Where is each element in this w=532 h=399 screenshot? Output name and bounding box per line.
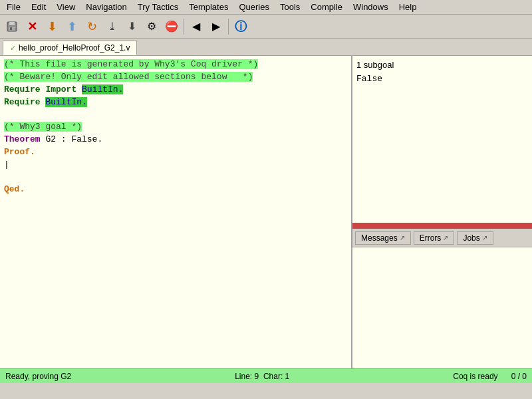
tabbar: ✓ hello_proof_HelloProof_G2_1.v [0, 39, 532, 56]
line-num: 9 [255, 372, 259, 381]
tab-check-icon: ✓ [10, 44, 16, 53]
progress-count: 0 / 0 [511, 372, 527, 381]
require-import-line: Require Import BuiltIn. [4, 84, 123, 94]
jobs-tab[interactable]: Jobs ↗ [457, 231, 493, 245]
qed-line: Qed. [4, 184, 25, 194]
line-label: Line: [235, 372, 252, 381]
toolbar-separator [184, 19, 184, 35]
proof-line: Proof. [4, 147, 35, 157]
next-button[interactable]: ▶ [207, 17, 225, 36]
jobs-tab-arrow-icon: ↗ [482, 234, 487, 241]
messages-tabs: Messages ↗ Errors ↗ Jobs ↗ [352, 229, 532, 247]
menu-help[interactable]: Help [394, 1, 422, 13]
settings-button[interactable]: ⚙ [142, 17, 161, 36]
redo-button[interactable]: ↻ [82, 17, 101, 36]
status-ready-text: Ready, proving G2 [5, 372, 71, 381]
menu-edit[interactable]: Edit [26, 1, 51, 13]
svg-rect-1 [9, 22, 15, 25]
end-button[interactable]: ⬇ [122, 17, 141, 36]
theorem-line: Theorem G2 : False. [4, 134, 102, 144]
menu-compile[interactable]: Compile [305, 1, 348, 13]
menu-navigation[interactable]: Navigation [80, 1, 132, 13]
menu-windows[interactable]: Windows [348, 1, 394, 13]
tab-label: hello_proof_HelloProof_G2_1.v [19, 43, 130, 53]
why3-goal-comment: (* Why3 goal *) [4, 122, 82, 132]
prev-button[interactable]: ◀ [187, 17, 205, 36]
toolbar-separator-2 [228, 19, 229, 35]
status-position: Line: 9 Char: 1 [235, 372, 289, 381]
editor-tab[interactable]: ✓ hello_proof_HelloProof_G2_1.v [3, 41, 137, 55]
coq-status-text: Coq is ready [453, 372, 497, 381]
interrupt-button[interactable]: ⛔ [162, 17, 181, 36]
step-up-button[interactable]: ⬆ [63, 17, 81, 36]
menu-try-tactics[interactable]: Try Tactics [132, 1, 184, 13]
errors-tab-arrow-icon: ↗ [443, 234, 448, 241]
char-label: Char: [263, 372, 283, 381]
comment-line-1: (* This file is generated by Why3's Coq … [4, 59, 258, 69]
main-area: (* This file is generated by Why3's Coq … [0, 56, 532, 368]
goto-cursor-button[interactable]: ⤓ [102, 17, 121, 36]
status-right: Coq is ready 0 / 0 [453, 372, 527, 381]
menu-tools[interactable]: Tools [275, 1, 305, 13]
svg-rect-3 [10, 27, 12, 30]
close-button[interactable]: ✕ [23, 17, 41, 36]
menu-file[interactable]: File [1, 1, 26, 13]
goal-title: 1 subgoal [356, 60, 528, 70]
messages-area: Messages ↗ Errors ↗ Jobs ↗ [352, 229, 532, 368]
statusbar: Ready, proving G2 Line: 9 Char: 1 Coq is… [0, 368, 532, 383]
menubar: File Edit View Navigation Try Tactics Te… [0, 0, 532, 15]
errors-tab[interactable]: Errors ↗ [414, 231, 455, 245]
editor-pane[interactable]: (* This file is generated by Why3's Coq … [0, 56, 352, 368]
comment-line-2: (* Beware! Only edit allowed sections be… [4, 72, 253, 82]
toolbar: ✕ ⬇ ⬆ ↻ ⤓ ⬇ ⚙ ⛔ ◀ ▶ ⓘ [0, 15, 532, 39]
menu-view[interactable]: View [51, 1, 80, 13]
messages-tab[interactable]: Messages ↗ [355, 231, 411, 245]
require-line: Require BuiltIn. [4, 97, 87, 107]
messages-content [352, 247, 532, 368]
step-down-button[interactable]: ⬇ [43, 17, 61, 36]
goal-content: False [356, 74, 528, 84]
cursor-line: | [4, 160, 9, 170]
char-num: 1 [285, 372, 290, 381]
info-button[interactable]: ⓘ [231, 17, 250, 36]
right-pane: 1 subgoal False Messages ↗ Errors ↗ Jobs… [352, 56, 532, 368]
messages-tab-arrow-icon: ↗ [400, 234, 405, 241]
goal-panel: 1 subgoal False [352, 56, 532, 225]
errors-tab-label: Errors [420, 233, 442, 243]
menu-templates[interactable]: Templates [184, 1, 233, 13]
jobs-tab-label: Jobs [463, 233, 479, 243]
messages-tab-label: Messages [361, 233, 398, 243]
menu-queries[interactable]: Queries [233, 1, 275, 13]
save-button[interactable] [3, 17, 21, 36]
